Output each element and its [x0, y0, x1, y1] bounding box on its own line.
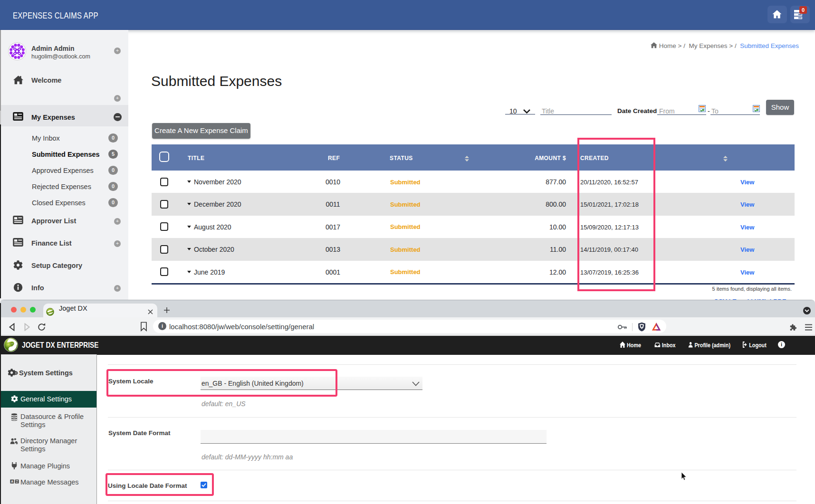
- svg-text:A: A: [11, 480, 13, 483]
